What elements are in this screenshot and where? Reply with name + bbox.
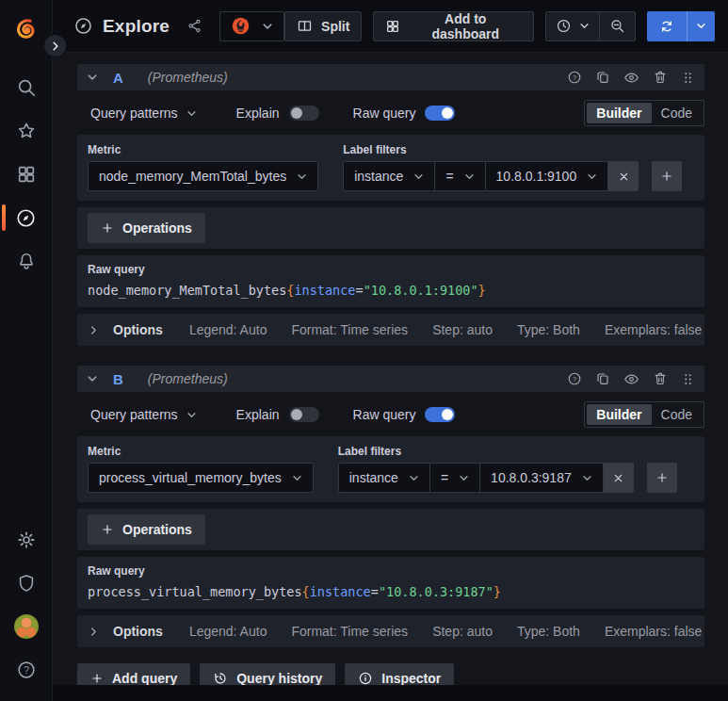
query-patterns-dropdown[interactable]: Query patterns xyxy=(90,407,197,422)
inspector-label: Inspector xyxy=(381,671,441,685)
copy-icon[interactable] xyxy=(595,371,610,386)
trash-icon[interactable] xyxy=(653,70,668,85)
star-icon xyxy=(16,121,37,141)
explain-toggle[interactable] xyxy=(289,407,319,422)
sidebar-item-help[interactable]: ? xyxy=(0,648,52,692)
builder-mode-button[interactable]: Builder xyxy=(587,103,651,123)
sidebar-item-alerting[interactable] xyxy=(0,239,52,283)
query-history-button[interactable]: Query history xyxy=(200,663,335,685)
raw-query-toggle[interactable] xyxy=(425,106,455,121)
explore-footer-actions: Add query Query history Inspector xyxy=(77,663,704,685)
inspector-button[interactable]: Inspector xyxy=(345,663,454,685)
options-type: Type: Both xyxy=(517,624,580,639)
remove-filter-button[interactable] xyxy=(608,161,639,191)
share-icon[interactable] xyxy=(186,18,202,34)
add-operations-button[interactable]: Operations xyxy=(88,514,205,545)
add-operations-button[interactable]: Operations xyxy=(88,213,205,243)
raw-label-token: instance xyxy=(310,584,371,599)
query-header[interactable]: A (Prometheus) ? xyxy=(77,64,704,90)
remove-filter-button[interactable] xyxy=(604,463,634,493)
filter-key-select[interactable]: instance xyxy=(343,161,435,191)
sidebar-item-explore[interactable] xyxy=(0,196,52,239)
chevron-right-icon xyxy=(50,41,61,52)
query-editor-toolbar: Query patterns Explain Raw query Builder… xyxy=(77,98,704,128)
chevron-down-icon xyxy=(413,171,424,182)
sidebar-item-dashboards[interactable] xyxy=(0,153,52,196)
chevron-down-icon xyxy=(87,373,98,384)
query-panel-a: A (Prometheus) ? Query patterns Explain xyxy=(77,64,704,346)
compass-icon xyxy=(73,16,93,36)
zoom-out-time-button[interactable] xyxy=(599,12,635,41)
chevron-down-icon[interactable] xyxy=(687,11,715,41)
drag-handle-icon[interactable] xyxy=(681,71,695,85)
metric-select[interactable]: process_virtual_memory_bytes xyxy=(88,463,314,493)
code-mode-button[interactable]: Code xyxy=(652,103,702,123)
add-filter-button[interactable] xyxy=(652,161,682,191)
query-header[interactable]: B (Prometheus) ? xyxy=(77,366,704,392)
topbar: Explore Split xyxy=(53,0,728,53)
query-patterns-dropdown[interactable]: Query patterns xyxy=(90,106,197,121)
search-minus-icon xyxy=(609,18,625,34)
filter-key-value: instance xyxy=(349,470,398,485)
options-legend: Legend: Auto xyxy=(189,624,267,639)
query-header-actions: ? xyxy=(567,371,695,387)
filter-operator-value: = xyxy=(441,470,448,485)
metric-value: node_memory_MemTotal_bytes xyxy=(99,169,286,184)
chevron-down-icon xyxy=(587,171,597,182)
run-query-button[interactable] xyxy=(647,11,715,41)
filter-operator-select[interactable]: = xyxy=(429,463,480,493)
split-button[interactable]: Split xyxy=(284,11,362,41)
help-circle-icon[interactable]: ? xyxy=(567,70,582,85)
svg-text:?: ? xyxy=(573,375,576,383)
add-filter-button[interactable] xyxy=(647,463,677,493)
trash-icon[interactable] xyxy=(653,371,668,386)
raw-query-toggle[interactable] xyxy=(425,407,455,422)
sidebar-item-profile[interactable] xyxy=(0,605,52,648)
explain-toggle[interactable] xyxy=(289,106,319,121)
options-section[interactable]: Options Legend: Auto Format: Time series… xyxy=(77,615,704,647)
options-step: Step: auto xyxy=(432,322,493,337)
raw-query-code: process_virtual_memory_bytes{instance="1… xyxy=(88,584,694,599)
chevron-down-icon xyxy=(186,410,197,420)
sidebar-expand-button[interactable] xyxy=(43,34,67,57)
chevron-down-icon xyxy=(464,171,475,182)
sidebar-item-server-admin[interactable] xyxy=(0,562,52,605)
datasource-picker[interactable] xyxy=(219,11,284,41)
copy-icon[interactable] xyxy=(595,70,610,85)
drag-handle-icon[interactable] xyxy=(681,372,695,386)
sidebar-item-settings[interactable] xyxy=(0,518,52,562)
eye-icon[interactable] xyxy=(623,70,639,86)
sidebar-item-starred[interactable] xyxy=(0,109,52,153)
metric-select[interactable]: node_memory_MemTotal_bytes xyxy=(88,161,318,191)
chevron-down-icon xyxy=(582,473,592,483)
filter-key-value: instance xyxy=(354,169,403,184)
eye-icon[interactable] xyxy=(623,371,639,387)
add-to-dashboard-button[interactable]: Add to dashboard xyxy=(373,11,534,41)
topbar-actions: Split Add to dashboard xyxy=(284,11,715,41)
options-section[interactable]: Options Legend: Auto Format: Time series… xyxy=(77,314,704,346)
time-range-picker[interactable] xyxy=(546,12,599,41)
search-icon xyxy=(16,77,37,98)
filter-key-select[interactable]: instance xyxy=(338,463,430,493)
plus-icon xyxy=(101,523,114,536)
prometheus-icon xyxy=(231,16,251,36)
add-query-label: Add query xyxy=(112,671,177,685)
sidebar-item-search[interactable] xyxy=(0,66,52,109)
help-circle-icon: ? xyxy=(16,660,37,680)
page-title-group: Explore xyxy=(73,16,202,37)
main-area: Explore Split xyxy=(53,0,728,701)
chevron-down-icon xyxy=(87,72,98,83)
bell-icon xyxy=(16,251,37,271)
close-icon xyxy=(618,171,630,183)
filter-value-select[interactable]: 10.8.0.3:9187 xyxy=(479,463,604,493)
filter-value-select[interactable]: 10.8.0.1:9100 xyxy=(485,161,609,191)
close-icon xyxy=(612,472,624,484)
options-exemplars: Exemplars: false xyxy=(605,322,702,337)
raw-query-label: Raw query xyxy=(353,407,416,422)
add-query-button[interactable]: Add query xyxy=(77,663,190,685)
help-circle-icon[interactable]: ? xyxy=(567,371,582,386)
raw-close-brace-token: } xyxy=(478,283,486,298)
code-mode-button[interactable]: Code xyxy=(652,404,702,425)
filter-operator-select[interactable]: = xyxy=(434,161,485,191)
builder-mode-button[interactable]: Builder xyxy=(587,404,651,425)
